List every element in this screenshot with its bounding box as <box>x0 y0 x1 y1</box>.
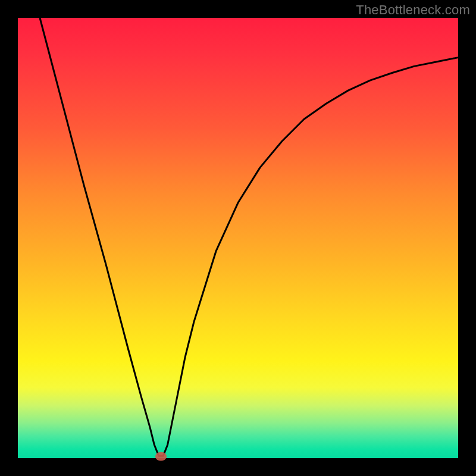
watermark-text: TheBottleneck.com <box>356 2 470 18</box>
bottleneck-curve <box>40 18 458 456</box>
plot-area <box>18 18 458 458</box>
chart-frame: TheBottleneck.com <box>0 0 476 476</box>
chart-svg <box>18 18 458 458</box>
bottleneck-marker <box>155 452 167 461</box>
